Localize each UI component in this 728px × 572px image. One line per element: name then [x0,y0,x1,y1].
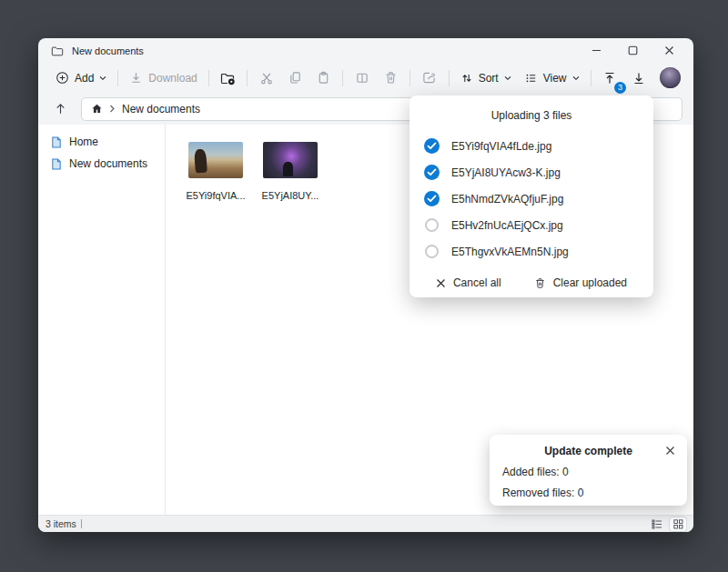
toolbar-separator [591,70,592,86]
add-button[interactable]: Add [49,67,113,88]
statusbar: 3 items [38,515,693,532]
upload-file-name: E5Yi9fqVIA4fLde.jpg [451,140,551,153]
upload-file-name: E5ThgvxVkAEMn5N.jpg [451,246,569,258]
upload-file-row[interactable]: E5Hv2fnUcAEjQCx.jpg [424,212,639,238]
statusbar-view-toggles [649,517,686,531]
circle-plus-icon [56,71,69,85]
toolbar: Add Download [38,63,693,93]
grid-view-toggle[interactable] [670,517,686,531]
titlebar[interactable]: New documents [38,38,693,63]
upload-status-icon [424,191,440,206]
chevron-down-icon [99,75,106,81]
list-view-toggle[interactable] [649,517,665,531]
upload-file-row[interactable]: E5Yi9fqVIA4fLde.jpg [424,133,639,159]
chevron-down-icon [572,75,580,81]
copy-button[interactable] [281,66,309,90]
upload-file-name: E5Hv2fnUcAEjQCx.jpg [451,219,563,232]
toast-close-button[interactable] [662,443,677,457]
items-count: 3 items [46,518,76,529]
window-title: New documents [72,45,144,56]
file-thumbnail[interactable] [188,142,243,178]
breadcrumb-chevron-icon [109,105,116,113]
toolbar-separator [410,70,410,86]
update-toast: Update complete Added files: 0 Removed f… [490,435,687,506]
navigate-up-button[interactable] [49,98,71,120]
new-folder-icon [220,71,236,85]
trash-icon [384,71,398,85]
trash-icon [534,277,546,289]
toast-removed-files: Removed files: 0 [502,487,674,499]
download-button-label: Download [148,72,197,85]
upload-flyout-footer: Cancel all Clear uploaded [424,275,639,291]
toolbar-separator [449,70,450,86]
blue-document-icon [51,158,62,170]
sidebar-item[interactable]: New documents [38,153,165,175]
maximize-button[interactable] [626,45,639,57]
open-book-icon [355,71,369,85]
cancel-x-icon [436,278,446,288]
blue-document-icon [51,136,62,148]
add-button-label: Add [75,72,94,85]
upload-file-row[interactable]: E5ThgvxVkAEMn5N.jpg [424,238,639,265]
toast-added-files: Added files: 0 [502,466,674,478]
clear-uploaded-label: Clear uploaded [553,276,627,289]
statusbar-divider [81,519,82,528]
rename-button[interactable] [348,66,376,90]
upload-file-list: E5Yi9fqVIA4fLde.jpg E5YjAI8UYAcw3-K.jpg … [424,133,639,265]
sidebar-item-label: Home [69,135,98,148]
paste-button[interactable] [309,66,338,90]
toolbar-separator [117,70,118,86]
breadcrumb-location[interactable]: New documents [122,103,200,115]
toolbar-separator [342,70,343,86]
downloads-button[interactable] [624,66,652,90]
download-tray-icon [632,71,646,85]
clear-uploaded-button[interactable]: Clear uploaded [531,275,631,291]
view-button[interactable]: View [518,68,586,88]
file-tile[interactable]: E5Yi9fqVIA... [180,138,251,201]
home-icon[interactable] [91,103,103,115]
sort-button-label: Sort [479,72,499,85]
upload-flyout-title: Uploading 3 files [424,109,639,122]
toolbar-separator [208,70,209,86]
cancel-all-label: Cancel all [453,276,501,289]
uploads-button[interactable]: 3 [596,66,624,90]
upload-status-icon [424,165,440,180]
upload-status-icon [425,245,439,258]
sidebar-item[interactable]: Home [38,131,165,153]
download-icon [129,71,143,85]
share-icon [422,71,436,85]
upload-file-row[interactable]: E5hNmdZVkAQfjuF.jpg [424,186,639,212]
minimize-button[interactable] [590,45,602,57]
upload-file-row[interactable]: E5YjAI8UYAcw3-K.jpg [424,159,639,186]
cut-button[interactable] [252,66,280,90]
file-thumbnail[interactable] [263,142,318,178]
upload-flyout: Uploading 3 files E5Yi9fqVIA4fLde.jpg E5… [410,95,653,297]
new-folder-button[interactable] [214,66,242,90]
upload-status-icon [424,138,440,154]
share-button[interactable] [415,66,443,90]
sort-icon [460,72,473,85]
sidebar: Home New documents [38,125,166,515]
window-controls [590,45,684,57]
desktop-background: New documents Add [0,0,728,572]
delete-button[interactable] [377,66,405,90]
folder-icon [51,45,64,57]
cancel-all-button[interactable]: Cancel all [432,275,505,291]
file-tile[interactable]: E5YjAI8UY... [255,138,326,201]
upload-count-badge: 3 [614,82,626,94]
download-button[interactable]: Download [123,67,203,88]
toolbar-separator [247,70,248,86]
chevron-down-icon [504,75,511,81]
upload-file-name: E5hNmdZVkAQfjuF.jpg [451,193,563,206]
sidebar-item-label: New documents [69,157,147,170]
file-name: E5YjAI8UY... [262,190,319,201]
file-name: E5Yi9fqVIA... [186,190,245,201]
account-avatar[interactable] [660,67,681,88]
paste-icon [317,71,330,85]
sort-button[interactable]: Sort [454,68,518,88]
view-button-label: View [543,72,567,85]
view-list-icon [524,72,538,85]
copy-icon [288,71,302,85]
scissors-icon [259,71,274,85]
close-button[interactable] [662,45,675,57]
